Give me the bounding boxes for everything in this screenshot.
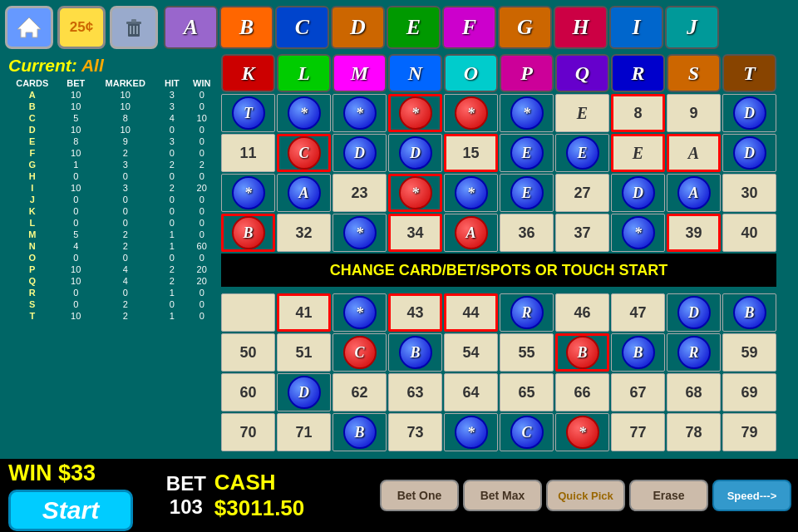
- letter-btn-D[interactable]: D: [331, 6, 385, 49]
- keno-cell[interactable]: 79: [722, 413, 776, 451]
- keno-cell[interactable]: B: [332, 413, 387, 451]
- erase-button[interactable]: Erase: [629, 480, 708, 511]
- keno-cell[interactable]: D: [611, 174, 665, 212]
- keno-cell[interactable]: 40: [722, 214, 776, 252]
- keno-cell[interactable]: 51: [277, 333, 331, 372]
- keno-cell[interactable]: R: [500, 293, 554, 332]
- letter2-btn-M[interactable]: M: [332, 54, 387, 92]
- keno-cell[interactable]: *: [444, 174, 498, 212]
- keno-cell[interactable]: *: [332, 214, 387, 252]
- letter-btn-F[interactable]: F: [442, 6, 496, 49]
- keno-cell[interactable]: E: [500, 174, 554, 212]
- keno-cell[interactable]: 68: [667, 373, 721, 411]
- keno-cell[interactable]: C: [277, 134, 331, 172]
- keno-cell[interactable]: B: [555, 333, 609, 372]
- keno-cell[interactable]: 36: [500, 214, 554, 252]
- keno-cell[interactable]: 15: [444, 134, 498, 172]
- keno-cell[interactable]: *: [444, 94, 498, 132]
- letter2-btn-R[interactable]: R: [611, 54, 665, 92]
- keno-cell[interactable]: *: [444, 413, 498, 451]
- letter2-btn-S[interactable]: S: [667, 54, 721, 92]
- trash-button[interactable]: [110, 6, 158, 49]
- bet-one-button[interactable]: Bet One: [380, 480, 459, 511]
- keno-cell[interactable]: 39: [667, 214, 721, 252]
- keno-cell[interactable]: A: [667, 134, 721, 172]
- keno-cell[interactable]: *: [277, 94, 331, 132]
- keno-cell[interactable]: *: [332, 293, 387, 332]
- keno-cell[interactable]: 44: [444, 293, 498, 332]
- keno-cell[interactable]: 50: [221, 333, 275, 372]
- keno-cell[interactable]: B: [722, 293, 776, 332]
- letter-btn-J[interactable]: J: [665, 6, 719, 49]
- keno-cell[interactable]: 62: [332, 373, 387, 411]
- keno-cell[interactable]: E: [555, 94, 609, 132]
- letter2-btn-N[interactable]: N: [388, 54, 442, 92]
- keno-cell[interactable]: *: [221, 174, 275, 212]
- keno-cell[interactable]: B: [611, 333, 665, 372]
- keno-cell[interactable]: D: [388, 134, 442, 172]
- keno-cell[interactable]: R: [667, 333, 721, 372]
- keno-cell[interactable]: B: [388, 333, 442, 372]
- keno-cell[interactable]: 66: [555, 373, 609, 411]
- keno-cell[interactable]: 8: [611, 94, 665, 132]
- letter2-btn-K[interactable]: K: [221, 54, 275, 92]
- coin-selector[interactable]: 25¢: [57, 6, 106, 49]
- keno-cell[interactable]: 63: [388, 373, 442, 411]
- keno-cell[interactable]: D: [667, 293, 721, 332]
- keno-cell[interactable]: *: [332, 94, 387, 132]
- keno-cell[interactable]: 71: [277, 413, 331, 451]
- keno-cell[interactable]: 67: [611, 373, 665, 411]
- letter-btn-I[interactable]: I: [609, 6, 663, 49]
- keno-cell[interactable]: *: [611, 214, 665, 252]
- keno-cell[interactable]: A: [277, 174, 331, 212]
- keno-cell[interactable]: 41: [277, 293, 331, 332]
- quick-pick-button[interactable]: Quick Pick: [546, 480, 625, 511]
- keno-cell[interactable]: 30: [722, 174, 776, 212]
- keno-cell[interactable]: 23: [332, 174, 387, 212]
- keno-cell[interactable]: *: [388, 94, 442, 132]
- keno-cell[interactable]: D: [722, 134, 776, 172]
- keno-cell[interactable]: A: [667, 174, 721, 212]
- letter-btn-G[interactable]: G: [498, 6, 552, 49]
- keno-cell[interactable]: 60: [221, 373, 275, 411]
- keno-cell[interactable]: 55: [500, 333, 554, 372]
- letter2-btn-P[interactable]: P: [500, 54, 554, 92]
- letter-btn-H[interactable]: H: [554, 6, 608, 49]
- keno-cell[interactable]: 32: [277, 214, 331, 252]
- keno-cell[interactable]: 37: [555, 214, 609, 252]
- letter2-btn-T[interactable]: T: [722, 54, 776, 92]
- keno-cell[interactable]: 34: [388, 214, 442, 252]
- keno-cell[interactable]: 27: [555, 174, 609, 212]
- keno-cell[interactable]: D: [277, 373, 331, 411]
- keno-cell[interactable]: E: [611, 134, 665, 172]
- letter-btn-E[interactable]: E: [387, 6, 441, 49]
- keno-cell[interactable]: 78: [667, 413, 721, 451]
- start-button[interactable]: Start: [8, 490, 133, 531]
- letter-btn-A[interactable]: A: [164, 6, 218, 49]
- keno-cell[interactable]: 73: [388, 413, 442, 451]
- keno-cell[interactable]: E: [500, 134, 554, 172]
- letter-btn-B[interactable]: B: [219, 6, 273, 49]
- keno-cell[interactable]: 54: [444, 333, 498, 372]
- keno-cell[interactable]: C: [500, 413, 554, 451]
- keno-cell[interactable]: T: [221, 94, 275, 132]
- keno-cell[interactable]: A: [444, 214, 498, 252]
- keno-cell[interactable]: 46: [555, 293, 609, 332]
- keno-cell[interactable]: *: [500, 94, 554, 132]
- keno-cell[interactable]: 65: [500, 373, 554, 411]
- keno-cell[interactable]: 47: [611, 293, 665, 332]
- keno-cell[interactable]: 59: [722, 333, 776, 372]
- keno-cell[interactable]: *: [555, 413, 609, 451]
- letter-btn-C[interactable]: C: [275, 6, 329, 49]
- letter2-btn-Q[interactable]: Q: [555, 54, 609, 92]
- keno-cell[interactable]: D: [722, 94, 776, 132]
- keno-cell[interactable]: B: [221, 214, 275, 252]
- bet-max-button[interactable]: Bet Max: [463, 480, 542, 511]
- keno-cell[interactable]: 11: [221, 134, 275, 172]
- keno-cell[interactable]: D: [332, 134, 387, 172]
- keno-cell[interactable]: 77: [611, 413, 665, 451]
- keno-cell[interactable]: C: [332, 333, 387, 372]
- keno-cell[interactable]: 69: [722, 373, 776, 411]
- speed-button[interactable]: Speed--->: [712, 480, 791, 511]
- keno-cell[interactable]: [221, 293, 275, 332]
